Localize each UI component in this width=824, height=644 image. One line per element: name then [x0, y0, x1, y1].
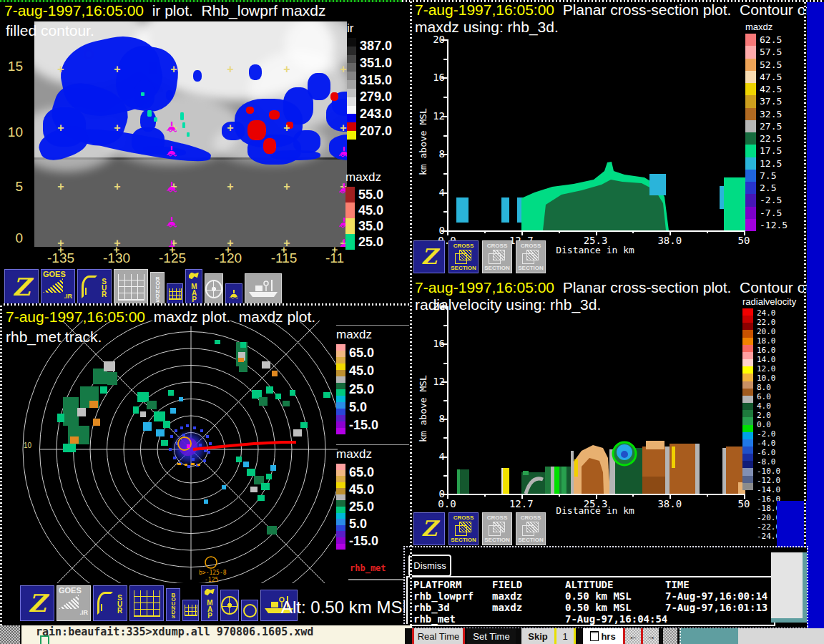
- dismiss-button[interactable]: Dismiss: [408, 555, 451, 577]
- hours-unit-button[interactable]: hrs: [583, 628, 623, 644]
- toolbar-button-goes[interactable]: GOES.IR: [41, 269, 75, 305]
- toolbar-button-circle[interactable]: [241, 600, 258, 621]
- cross-section-button[interactable]: CROSSSECTION: [482, 240, 512, 273]
- zebra-logo-icon: Z: [421, 246, 437, 268]
- colorbar-value: 279.0: [360, 89, 392, 106]
- colorbar-value: 16.0: [757, 346, 780, 355]
- colorbar-value: 0.0: [757, 420, 780, 429]
- toolbar-button-map[interactable]: MAP: [201, 585, 218, 621]
- x-tick-mark: [707, 494, 708, 497]
- toolbar-button-radargrid[interactable]: [129, 585, 164, 621]
- x-axis-label: Distance in km: [556, 245, 634, 255]
- zebra-button[interactable]: Z: [413, 512, 445, 545]
- satellite-image[interactable]: ++++++++++++++++++++++++: [34, 21, 347, 247]
- time-control-taskbar: Real Time Set Time Skip 1 hrs ← →: [405, 628, 824, 644]
- terminal-window[interactable]: rain:beaufait:335>xdump.all 970806.1605.…: [20, 624, 412, 644]
- grid-cross-mark: +: [227, 122, 233, 135]
- grid-cross-mark: +: [57, 237, 64, 247]
- y-tick-mark: [441, 230, 447, 232]
- x-tick-label: 0.0: [438, 498, 456, 509]
- toolbar-button-azimuth[interactable]: [220, 590, 239, 621]
- cross-section-button[interactable]: CROSSSECTION: [516, 512, 546, 545]
- zebra-button[interactable]: Z: [413, 240, 445, 273]
- toolbar-button-sur[interactable]: SUR: [77, 269, 112, 305]
- colorbar-value: 45.0: [358, 203, 383, 218]
- colorbar-value: -10.0: [757, 467, 780, 476]
- x-tick-mark: [447, 494, 448, 499]
- colorbar-title: ir: [347, 21, 392, 36]
- toolbar-button-sur[interactable]: SUR: [93, 585, 127, 621]
- toolbar-button-map[interactable]: MAP: [185, 269, 202, 305]
- toolbar-button-smallgrid[interactable]: [167, 283, 183, 305]
- y-tick-mark: [441, 116, 447, 117]
- step-forward-button[interactable]: →: [643, 628, 659, 644]
- contour-cluster-center: [609, 442, 642, 494]
- grid-cross-mark: +: [57, 122, 64, 135]
- colorbar-scale: [336, 464, 345, 550]
- scrollbar-thumb[interactable]: [0, 625, 20, 644]
- x-tick-label: -120: [215, 250, 242, 266]
- cross-section-button[interactable]: CROSSSECTION: [448, 240, 479, 273]
- goes-ir-label: .IR: [64, 293, 74, 300]
- cross-section-button[interactable]: CROSSSECTION: [482, 512, 512, 545]
- y-tick-mark: [441, 381, 447, 383]
- zebra-logo-icon: Z: [421, 518, 437, 540]
- partially-hidden-window[interactable]: [771, 552, 807, 623]
- colorbar-value: 57.5: [760, 46, 788, 58]
- toolbar-button-zebra[interactable]: Z: [4, 269, 39, 305]
- skip-button[interactable]: Skip: [521, 628, 554, 644]
- panel-title: 7-aug-1997,16:05:00 maxdz plot. maxdz pl…: [6, 308, 315, 326]
- window-border: [0, 0, 402, 2]
- colorbar-value: 65.0: [349, 464, 378, 481]
- cross-section-plot-area[interactable]: [447, 306, 745, 495]
- scrollbar[interactable]: [663, 628, 677, 644]
- x-tick-mark: [670, 230, 671, 235]
- step-value-field[interactable]: 1: [556, 628, 574, 644]
- sur-label: SUR: [100, 278, 107, 297]
- y-tick-mark: [443, 363, 447, 364]
- cross-section-button[interactable]: CROSSSECTION: [516, 240, 546, 273]
- toolbar-button-azimuth[interactable]: [205, 273, 223, 305]
- table-cell: 7-Aug-97,16:01:13: [665, 602, 774, 613]
- y-axis-label: km above MSL: [418, 375, 428, 442]
- y-tick-mark: [443, 59, 447, 60]
- step-back-button[interactable]: ←: [625, 628, 641, 644]
- x-tick-label: 50: [738, 235, 750, 246]
- contour-cluster-a: [521, 471, 545, 494]
- contour-cluster-b: [545, 467, 574, 494]
- cloud-blob: [270, 150, 320, 160]
- cross-section-button[interactable]: CROSSSECTION: [448, 512, 479, 545]
- real-time-button[interactable]: Real Time: [414, 628, 463, 644]
- set-time-button[interactable]: Set Time: [467, 628, 516, 644]
- x-tick-label: -125: [159, 250, 186, 266]
- y-tick-mark: [441, 154, 447, 155]
- y-tick-mark: [441, 457, 447, 458]
- x-tick-mark: [707, 230, 708, 233]
- x-tick-label: -11: [325, 250, 344, 266]
- toolbar-button-bounds[interactable]: BOUNDS: [166, 588, 180, 621]
- ppi-radar-display[interactable]: [0, 321, 338, 583]
- colorbar-value: 243.0: [360, 106, 392, 123]
- toolbar-button-radargrid[interactable]: [114, 269, 148, 305]
- cross-section-plot-area[interactable]: [447, 39, 745, 232]
- cloud-blob: [269, 110, 280, 119]
- zebra-logo-icon: Z: [29, 591, 46, 615]
- toolbar-button-zebra[interactable]: Z: [20, 585, 54, 621]
- y-tick-mark: [441, 77, 447, 79]
- ir-panel-toolbar: ZGOES.IRSURBOUNDSMAP: [4, 269, 282, 305]
- bounds-label: BOUNDS: [170, 592, 176, 618]
- toolbar-button-goes[interactable]: GOES.IR: [57, 585, 91, 621]
- ppi-panel-toolbar: ZGOES.IRSURBOUNDSMAP: [20, 585, 298, 621]
- colorbar-value: 5.0: [349, 515, 378, 532]
- toolbar-button-bounds[interactable]: BOUNDS: [150, 272, 165, 305]
- colorbar-value: 8.0: [757, 383, 780, 392]
- buoy-platform-icon: [339, 146, 347, 157]
- y-tick-label: 0: [1, 230, 23, 246]
- grid-cross-mark: +: [283, 180, 290, 193]
- colorbar-title: maxdz: [345, 170, 383, 185]
- colorbar-value: 17.5: [760, 145, 788, 157]
- y-tick-label: 5: [1, 179, 23, 195]
- toolbar-button-ship[interactable]: [245, 273, 282, 305]
- toolbar-button-smallgrid[interactable]: [182, 600, 199, 621]
- toolbar-button-buoy[interactable]: [225, 283, 242, 305]
